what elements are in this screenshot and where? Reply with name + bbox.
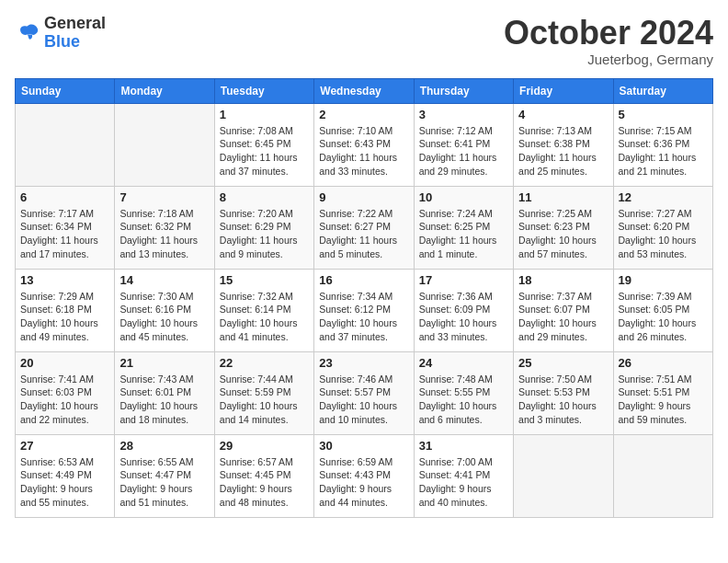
day-info: Sunrise: 7:20 AMSunset: 6:29 PMDaylight:… [220, 207, 309, 261]
calendar-cell: 18Sunrise: 7:37 AMSunset: 6:07 PMDayligh… [514, 269, 613, 351]
day-info: Sunrise: 7:27 AMSunset: 6:20 PMDaylight:… [619, 207, 708, 261]
day-number: 14 [119, 273, 209, 287]
calendar-cell: 31Sunrise: 7:00 AMSunset: 4:41 PMDayligh… [414, 434, 513, 517]
day-number: 25 [518, 356, 608, 370]
calendar-cell: 16Sunrise: 7:34 AMSunset: 6:12 PMDayligh… [314, 269, 414, 351]
day-info: Sunrise: 7:25 AMSunset: 6:23 PMDaylight:… [518, 207, 608, 261]
week-row-1: 1Sunrise: 7:08 AMSunset: 6:45 PMDaylight… [16, 103, 713, 186]
day-number: 21 [119, 356, 209, 370]
calendar-cell: 4Sunrise: 7:13 AMSunset: 6:38 PMDaylight… [514, 103, 613, 186]
day-number: 31 [419, 439, 508, 453]
calendar-cell: 22Sunrise: 7:44 AMSunset: 5:59 PMDayligh… [214, 351, 313, 434]
day-info: Sunrise: 6:59 AMSunset: 4:43 PMDaylight:… [319, 455, 408, 510]
calendar-cell: 24Sunrise: 7:48 AMSunset: 5:55 PMDayligh… [414, 351, 513, 434]
page-header: General Blue October 2024 Jueterbog, Ger… [15, 15, 713, 67]
day-info: Sunrise: 7:39 AMSunset: 6:05 PMDaylight:… [619, 290, 708, 344]
day-info: Sunrise: 7:37 AMSunset: 6:07 PMDaylight:… [518, 290, 608, 344]
weekday-header-saturday: Saturday [613, 78, 712, 103]
calendar-cell: 9Sunrise: 7:22 AMSunset: 6:27 PMDaylight… [314, 186, 414, 269]
title-block: October 2024 Jueterbog, Germany [504, 15, 713, 67]
calendar-cell: 12Sunrise: 7:27 AMSunset: 6:20 PMDayligh… [613, 186, 712, 269]
day-info: Sunrise: 6:53 AMSunset: 4:49 PMDaylight:… [20, 455, 109, 510]
calendar-cell: 5Sunrise: 7:15 AMSunset: 6:36 PMDaylight… [613, 103, 712, 186]
calendar-cell: 11Sunrise: 7:25 AMSunset: 6:23 PMDayligh… [514, 186, 613, 269]
day-info: Sunrise: 7:30 AMSunset: 6:16 PMDaylight:… [119, 290, 209, 344]
day-info: Sunrise: 7:18 AMSunset: 6:32 PMDaylight:… [119, 207, 209, 261]
day-number: 15 [220, 273, 309, 287]
calendar-cell: 7Sunrise: 7:18 AMSunset: 6:32 PMDaylight… [115, 186, 214, 269]
day-info: Sunrise: 7:29 AMSunset: 6:18 PMDaylight:… [20, 290, 109, 344]
calendar-cell [613, 434, 712, 517]
day-info: Sunrise: 7:22 AMSunset: 6:27 PMDaylight:… [319, 207, 408, 261]
day-info: Sunrise: 6:55 AMSunset: 4:47 PMDaylight:… [119, 455, 209, 510]
calendar-cell: 26Sunrise: 7:51 AMSunset: 5:51 PMDayligh… [613, 351, 712, 434]
day-info: Sunrise: 7:32 AMSunset: 6:14 PMDaylight:… [220, 290, 309, 344]
day-info: Sunrise: 6:57 AMSunset: 4:45 PMDaylight:… [220, 455, 309, 510]
calendar-cell [16, 103, 115, 186]
day-number: 29 [220, 439, 309, 453]
day-number: 12 [619, 190, 708, 204]
calendar-cell: 28Sunrise: 6:55 AMSunset: 4:47 PMDayligh… [115, 434, 214, 517]
day-number: 1 [220, 108, 309, 121]
month-title: October 2024 [504, 15, 713, 52]
weekday-header-tuesday: Tuesday [214, 78, 313, 103]
calendar-cell: 8Sunrise: 7:20 AMSunset: 6:29 PMDaylight… [214, 186, 313, 269]
day-number: 20 [20, 356, 109, 370]
calendar-cell [514, 434, 613, 517]
day-number: 23 [319, 356, 408, 370]
day-number: 13 [20, 273, 109, 287]
calendar-cell: 29Sunrise: 6:57 AMSunset: 4:45 PMDayligh… [214, 434, 313, 517]
day-number: 4 [518, 108, 608, 121]
day-number: 10 [419, 190, 508, 204]
day-info: Sunrise: 7:00 AMSunset: 4:41 PMDaylight:… [419, 455, 508, 510]
week-row-5: 27Sunrise: 6:53 AMSunset: 4:49 PMDayligh… [16, 434, 713, 517]
logo-bird-icon [15, 20, 40, 46]
weekday-header-sunday: Sunday [16, 78, 115, 103]
day-number: 16 [319, 273, 408, 287]
calendar-cell: 27Sunrise: 6:53 AMSunset: 4:49 PMDayligh… [16, 434, 115, 517]
day-number: 17 [419, 273, 508, 287]
calendar-cell: 6Sunrise: 7:17 AMSunset: 6:34 PMDaylight… [16, 186, 115, 269]
day-number: 3 [419, 108, 508, 121]
day-number: 28 [119, 439, 209, 453]
calendar-cell [115, 103, 214, 186]
day-info: Sunrise: 7:15 AMSunset: 6:36 PMDaylight:… [619, 124, 708, 178]
day-info: Sunrise: 7:36 AMSunset: 6:09 PMDaylight:… [419, 290, 508, 344]
day-number: 26 [619, 356, 708, 370]
calendar-cell: 30Sunrise: 6:59 AMSunset: 4:43 PMDayligh… [314, 434, 414, 517]
day-info: Sunrise: 7:51 AMSunset: 5:51 PMDaylight:… [619, 373, 708, 427]
calendar-cell: 21Sunrise: 7:43 AMSunset: 6:01 PMDayligh… [115, 351, 214, 434]
calendar-cell: 25Sunrise: 7:50 AMSunset: 5:53 PMDayligh… [514, 351, 613, 434]
week-row-4: 20Sunrise: 7:41 AMSunset: 6:03 PMDayligh… [16, 351, 713, 434]
weekday-header-monday: Monday [115, 78, 214, 103]
day-number: 30 [319, 439, 408, 453]
day-number: 22 [220, 356, 309, 370]
day-number: 18 [518, 273, 608, 287]
calendar-cell: 20Sunrise: 7:41 AMSunset: 6:03 PMDayligh… [16, 351, 115, 434]
calendar-cell: 3Sunrise: 7:12 AMSunset: 6:41 PMDaylight… [414, 103, 513, 186]
calendar-cell: 14Sunrise: 7:30 AMSunset: 6:16 PMDayligh… [115, 269, 214, 351]
day-number: 8 [220, 190, 309, 204]
day-info: Sunrise: 7:10 AMSunset: 6:43 PMDaylight:… [319, 124, 408, 178]
calendar-cell: 10Sunrise: 7:24 AMSunset: 6:25 PMDayligh… [414, 186, 513, 269]
day-info: Sunrise: 7:12 AMSunset: 6:41 PMDaylight:… [419, 124, 508, 178]
calendar-cell: 1Sunrise: 7:08 AMSunset: 6:45 PMDaylight… [214, 103, 313, 186]
calendar-cell: 23Sunrise: 7:46 AMSunset: 5:57 PMDayligh… [314, 351, 414, 434]
logo-text: General Blue [44, 15, 106, 52]
day-number: 27 [20, 439, 109, 453]
day-number: 5 [619, 108, 708, 121]
day-info: Sunrise: 7:43 AMSunset: 6:01 PMDaylight:… [119, 373, 209, 427]
day-info: Sunrise: 7:17 AMSunset: 6:34 PMDaylight:… [20, 207, 109, 261]
day-number: 11 [518, 190, 608, 204]
weekday-header-wednesday: Wednesday [314, 78, 414, 103]
day-info: Sunrise: 7:44 AMSunset: 5:59 PMDaylight:… [220, 373, 309, 427]
day-info: Sunrise: 7:46 AMSunset: 5:57 PMDaylight:… [319, 373, 408, 427]
logo: General Blue [15, 15, 106, 52]
calendar-cell: 17Sunrise: 7:36 AMSunset: 6:09 PMDayligh… [414, 269, 513, 351]
calendar-cell: 15Sunrise: 7:32 AMSunset: 6:14 PMDayligh… [214, 269, 313, 351]
week-row-2: 6Sunrise: 7:17 AMSunset: 6:34 PMDaylight… [16, 186, 713, 269]
day-info: Sunrise: 7:48 AMSunset: 5:55 PMDaylight:… [419, 373, 508, 427]
weekday-header-thursday: Thursday [414, 78, 513, 103]
day-number: 19 [619, 273, 708, 287]
day-info: Sunrise: 7:24 AMSunset: 6:25 PMDaylight:… [419, 207, 508, 261]
